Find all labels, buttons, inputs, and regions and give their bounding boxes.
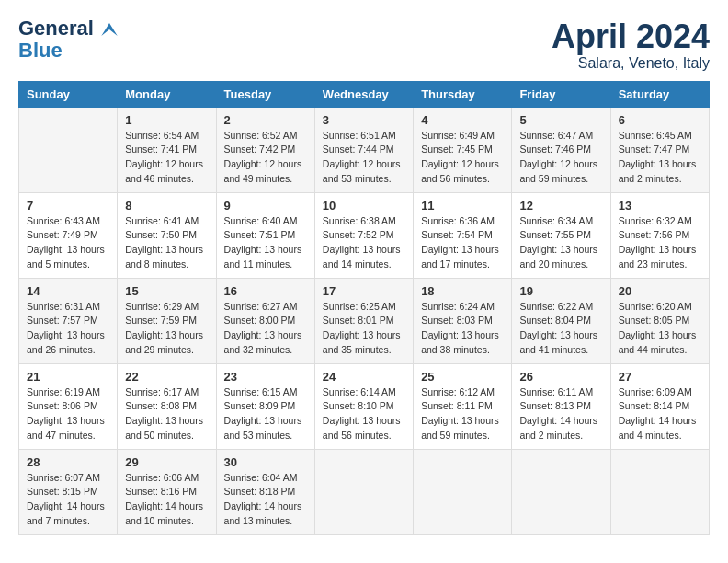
day-number: 8 [125, 199, 208, 213]
calendar-cell-2-1: 15 Sunrise: 6:29 AMSunset: 7:59 PMDaylig… [118, 278, 216, 363]
day-number: 28 [27, 455, 109, 469]
day-number: 12 [519, 199, 602, 213]
calendar-cell-2-5: 19 Sunrise: 6:22 AMSunset: 8:04 PMDaylig… [512, 278, 610, 363]
calendar-cell-1-2: 9 Sunrise: 6:40 AMSunset: 7:51 PMDayligh… [216, 192, 314, 278]
calendar-cell-0-0 [19, 107, 118, 192]
day-info: Sunrise: 6:11 AMSunset: 8:13 PMDaylight:… [519, 385, 602, 443]
calendar-cell-1-6: 13 Sunrise: 6:32 AMSunset: 7:56 PMDaylig… [610, 192, 709, 278]
day-info: Sunrise: 6:04 AMSunset: 8:18 PMDaylight:… [224, 471, 307, 529]
col-friday: Friday [512, 81, 610, 107]
day-info: Sunrise: 6:22 AMSunset: 8:04 PMDaylight:… [519, 300, 602, 358]
day-number: 15 [125, 284, 208, 298]
month-title: April 2024 [552, 18, 710, 55]
day-number: 22 [125, 370, 208, 384]
day-info: Sunrise: 6:47 AMSunset: 7:46 PMDaylight:… [519, 129, 602, 187]
calendar-cell-1-4: 11 Sunrise: 6:36 AMSunset: 7:54 PMDaylig… [414, 192, 512, 278]
day-info: Sunrise: 6:27 AMSunset: 8:00 PMDaylight:… [224, 300, 307, 358]
day-info: Sunrise: 6:43 AMSunset: 7:49 PMDaylight:… [27, 214, 109, 272]
col-saturday: Saturday [610, 81, 709, 107]
day-number: 27 [619, 370, 701, 384]
day-number: 19 [519, 284, 602, 298]
day-number: 3 [323, 113, 405, 127]
day-info: Sunrise: 6:54 AMSunset: 7:41 PMDaylight:… [125, 129, 208, 187]
location-label: Salara, Veneto, Italy [552, 55, 710, 72]
calendar-cell-2-6: 20 Sunrise: 6:20 AMSunset: 8:05 PMDaylig… [610, 278, 709, 363]
page-header: General Blue April 2024 Salara, Veneto, … [18, 18, 710, 72]
day-number: 1 [125, 113, 208, 127]
calendar-cell-2-3: 17 Sunrise: 6:25 AMSunset: 8:01 PMDaylig… [314, 278, 413, 363]
day-info: Sunrise: 6:51 AMSunset: 7:44 PMDaylight:… [323, 129, 405, 187]
day-info: Sunrise: 6:20 AMSunset: 8:05 PMDaylight:… [619, 300, 701, 358]
day-number: 29 [125, 455, 208, 469]
title-area: April 2024 Salara, Veneto, Italy [552, 18, 710, 72]
day-number: 13 [619, 199, 701, 213]
day-info: Sunrise: 6:41 AMSunset: 7:50 PMDaylight:… [125, 214, 208, 272]
calendar-body: 1 Sunrise: 6:54 AMSunset: 7:41 PMDayligh… [19, 107, 710, 534]
calendar-cell-0-4: 4 Sunrise: 6:49 AMSunset: 7:45 PMDayligh… [414, 107, 512, 192]
col-sunday: Sunday [19, 81, 118, 107]
day-number: 18 [421, 284, 504, 298]
day-info: Sunrise: 6:49 AMSunset: 7:45 PMDaylight:… [421, 129, 504, 187]
calendar-cell-3-4: 25 Sunrise: 6:12 AMSunset: 8:11 PMDaylig… [414, 363, 512, 449]
calendar-cell-2-0: 14 Sunrise: 6:31 AMSunset: 7:57 PMDaylig… [19, 278, 118, 363]
day-number: 9 [224, 199, 307, 213]
logo-bird-icon [101, 23, 118, 36]
day-info: Sunrise: 6:06 AMSunset: 8:16 PMDaylight:… [125, 471, 208, 529]
day-info: Sunrise: 6:24 AMSunset: 8:03 PMDaylight:… [421, 300, 504, 358]
calendar-cell-3-1: 22 Sunrise: 6:17 AMSunset: 8:08 PMDaylig… [118, 363, 216, 449]
calendar-cell-3-0: 21 Sunrise: 6:19 AMSunset: 8:06 PMDaylig… [19, 363, 118, 449]
day-number: 10 [323, 199, 405, 213]
day-number: 4 [421, 113, 504, 127]
calendar-cell-2-4: 18 Sunrise: 6:24 AMSunset: 8:03 PMDaylig… [414, 278, 512, 363]
col-thursday: Thursday [414, 81, 512, 107]
day-number: 25 [421, 370, 504, 384]
logo-wordmark: General [18, 18, 118, 39]
day-number: 11 [421, 199, 504, 213]
day-info: Sunrise: 6:14 AMSunset: 8:10 PMDaylight:… [323, 385, 405, 443]
calendar-cell-1-3: 10 Sunrise: 6:38 AMSunset: 7:52 PMDaylig… [314, 192, 413, 278]
day-number: 7 [27, 199, 109, 213]
week-row-5: 28 Sunrise: 6:07 AMSunset: 8:15 PMDaylig… [19, 449, 710, 534]
day-number: 20 [619, 284, 701, 298]
calendar-cell-1-5: 12 Sunrise: 6:34 AMSunset: 7:55 PMDaylig… [512, 192, 610, 278]
calendar-cell-4-2: 30 Sunrise: 6:04 AMSunset: 8:18 PMDaylig… [216, 449, 314, 534]
calendar-cell-2-2: 16 Sunrise: 6:27 AMSunset: 8:00 PMDaylig… [216, 278, 314, 363]
day-number: 23 [224, 370, 307, 384]
week-row-2: 7 Sunrise: 6:43 AMSunset: 7:49 PMDayligh… [19, 192, 710, 278]
calendar-cell-4-3 [314, 449, 413, 534]
calendar-cell-1-1: 8 Sunrise: 6:41 AMSunset: 7:50 PMDayligh… [118, 192, 216, 278]
calendar-cell-4-0: 28 Sunrise: 6:07 AMSunset: 8:15 PMDaylig… [19, 449, 118, 534]
calendar-cell-4-5 [512, 449, 610, 534]
calendar-cell-0-6: 6 Sunrise: 6:45 AMSunset: 7:47 PMDayligh… [610, 107, 709, 192]
day-info: Sunrise: 6:36 AMSunset: 7:54 PMDaylight:… [421, 214, 504, 272]
svg-marker-0 [101, 23, 118, 36]
week-row-1: 1 Sunrise: 6:54 AMSunset: 7:41 PMDayligh… [19, 107, 710, 192]
day-info: Sunrise: 6:31 AMSunset: 7:57 PMDaylight:… [27, 300, 109, 358]
calendar-cell-4-1: 29 Sunrise: 6:06 AMSunset: 8:16 PMDaylig… [118, 449, 216, 534]
calendar-cell-0-1: 1 Sunrise: 6:54 AMSunset: 7:41 PMDayligh… [118, 107, 216, 192]
calendar-cell-0-3: 3 Sunrise: 6:51 AMSunset: 7:44 PMDayligh… [314, 107, 413, 192]
calendar-cell-3-3: 24 Sunrise: 6:14 AMSunset: 8:10 PMDaylig… [314, 363, 413, 449]
col-monday: Monday [118, 81, 216, 107]
day-number: 5 [519, 113, 602, 127]
week-row-3: 14 Sunrise: 6:31 AMSunset: 7:57 PMDaylig… [19, 278, 710, 363]
day-info: Sunrise: 6:32 AMSunset: 7:56 PMDaylight:… [619, 214, 701, 272]
day-number: 26 [519, 370, 602, 384]
day-info: Sunrise: 6:52 AMSunset: 7:42 PMDaylight:… [224, 129, 307, 187]
day-info: Sunrise: 6:38 AMSunset: 7:52 PMDaylight:… [323, 214, 405, 272]
calendar-cell-0-5: 5 Sunrise: 6:47 AMSunset: 7:46 PMDayligh… [512, 107, 610, 192]
calendar-cell-3-6: 27 Sunrise: 6:09 AMSunset: 8:14 PMDaylig… [610, 363, 709, 449]
day-number: 16 [224, 284, 307, 298]
calendar-cell-3-5: 26 Sunrise: 6:11 AMSunset: 8:13 PMDaylig… [512, 363, 610, 449]
day-number: 14 [27, 284, 109, 298]
calendar-header-row: Sunday Monday Tuesday Wednesday Thursday… [19, 81, 710, 107]
day-number: 30 [224, 455, 307, 469]
day-info: Sunrise: 6:34 AMSunset: 7:55 PMDaylight:… [519, 214, 602, 272]
day-info: Sunrise: 6:12 AMSunset: 8:11 PMDaylight:… [421, 385, 504, 443]
day-info: Sunrise: 6:40 AMSunset: 7:51 PMDaylight:… [224, 214, 307, 272]
calendar-cell-4-4 [414, 449, 512, 534]
day-info: Sunrise: 6:25 AMSunset: 8:01 PMDaylight:… [323, 300, 405, 358]
day-number: 2 [224, 113, 307, 127]
day-info: Sunrise: 6:45 AMSunset: 7:47 PMDaylight:… [619, 129, 701, 187]
calendar-cell-4-6 [610, 449, 709, 534]
